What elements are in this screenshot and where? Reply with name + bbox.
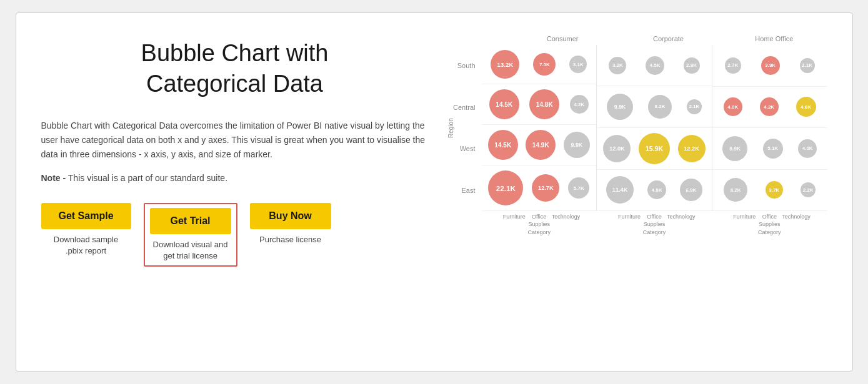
buy-now-group: Buy Now Purchase license [250, 203, 331, 245]
data-row-corporate-central: 9.9K8.2K2.1K [597, 86, 712, 127]
description-text: Bubble Chart with Categorical Data overc… [41, 119, 429, 162]
x-label-consumer-1: Office Supplies [527, 214, 552, 228]
y-label-central: Central [454, 87, 479, 129]
y-axis-labels: South Central West East [454, 45, 482, 211]
left-panel: Bubble Chart with Categorical Data Bubbl… [41, 32, 429, 352]
bubble-corporate-south-2: 2.9K [684, 57, 700, 74]
segment-header-corporate: Corporate [616, 35, 721, 45]
main-card: Bubble Chart with Categorical Data Bubbl… [16, 12, 853, 372]
segment-header-consumer: Consumer [510, 35, 616, 45]
get-sample-group: Get Sample Download sample .pbix report [41, 203, 131, 257]
chart-header: Consumer Corporate Home Office [447, 35, 827, 45]
x-label-consumer-0: Furniture [502, 214, 527, 228]
bubble-home_office-west-2: 4.0K [798, 139, 817, 158]
x-label-home_office-2: Technology [782, 214, 807, 228]
x-label-home_office-1: Office Supplies [757, 214, 782, 228]
x-label-home_office-0: Furniture [732, 214, 757, 228]
bubble-consumer-west-2: 9.9K [564, 132, 590, 158]
page-title: Bubble Chart with Categorical Data [41, 38, 429, 100]
bubble-consumer-east-1: 12.7K [532, 174, 559, 202]
bubble-corporate-west-0: 12.0K [603, 135, 631, 162]
get-trial-button[interactable]: Get Trial [150, 208, 231, 234]
data-row-home_office-west: 8.9K5.1K4.0K [712, 128, 827, 170]
x-category-home_office: Category [758, 228, 781, 235]
bubble-home_office-south-0: 2.7K [725, 57, 741, 74]
bubble-consumer-central-2: 4.2K [570, 95, 589, 114]
segment-col-home_office: 2.7K3.9K2.1K4.0K4.2K4.6K8.9K5.1K4.0K8.2K… [712, 45, 827, 211]
x-label-corporate-0: Furniture [617, 214, 642, 228]
bubble-home_office-west-0: 8.9K [722, 136, 747, 161]
x-axis-segment-home_office: FurnitureOffice SuppliesTechnology [732, 211, 807, 228]
bubble-home_office-central-1: 4.2K [760, 97, 779, 116]
data-row-consumer-south: 13.2K7.5K3.1K [482, 45, 597, 84]
x-axis-segment-consumer: FurnitureOffice SuppliesTechnology [502, 211, 577, 228]
bubble-chart: Consumer Corporate Home Office Region So… [447, 35, 827, 235]
data-row-corporate-west: 12.0K15.9K12.2K [597, 128, 712, 170]
bubble-corporate-south-0: 3.2K [609, 57, 626, 74]
segment-header-home-office: Home Office [721, 35, 827, 45]
bubble-consumer-central-1: 14.8K [529, 89, 559, 119]
bubble-home_office-south-1: 3.9K [761, 56, 780, 75]
data-row-consumer-central: 14.5K14.8K4.2K [482, 84, 597, 125]
data-row-consumer-east: 22.1K12.7K5.7K [482, 165, 597, 211]
bubble-home_office-west-1: 5.1K [763, 139, 783, 159]
y-label-south: South [454, 45, 479, 87]
bubble-corporate-south-1: 4.5K [646, 56, 664, 75]
action-buttons-row: Get Sample Download sample .pbix report … [41, 203, 429, 267]
data-row-home_office-south: 2.7K3.9K2.1K [712, 45, 827, 87]
x-label-consumer-2: Technology [552, 214, 577, 228]
bubble-corporate-east-1: 4.9K [647, 180, 666, 199]
bubble-corporate-west-1: 15.9K [639, 133, 670, 164]
bubble-consumer-east-2: 5.7K [568, 177, 589, 199]
bubble-consumer-south-1: 7.5K [533, 53, 556, 76]
get-sample-label: Download sample .pbix report [54, 234, 118, 257]
chart-body: Region South Central West East 13.2K7.5K… [447, 45, 827, 211]
bubble-consumer-west-1: 14.9K [526, 130, 556, 160]
bubble-home_office-south-2: 2.1K [800, 58, 815, 73]
bubble-home_office-east-1: 3.7K [766, 181, 783, 199]
y-axis-title: Region [447, 45, 454, 211]
bubble-home_office-east-0: 8.2K [724, 178, 747, 202]
bubble-home_office-central-0: 4.0K [724, 97, 742, 116]
bubble-consumer-east-0: 22.1K [488, 170, 523, 205]
right-panel: Consumer Corporate Home Office Region So… [447, 32, 827, 352]
segment-col-consumer: 13.2K7.5K3.1K14.5K14.8K4.2K14.5K14.9K9.9… [482, 45, 597, 211]
buy-now-label: Purchase license [259, 234, 321, 245]
bubble-home_office-central-2: 4.6K [796, 97, 816, 117]
bubble-corporate-central-0: 9.9K [607, 94, 633, 120]
y-label-east: East [454, 170, 479, 212]
x-label-corporate-1: Office Supplies [642, 214, 667, 228]
x-axis-segment-corporate: FurnitureOffice SuppliesTechnology [617, 211, 692, 228]
note-text: Note - This visual is a part of our stan… [41, 173, 429, 183]
y-axis: Region South Central West East [447, 45, 482, 211]
x-label-corporate-2: Technology [667, 214, 692, 228]
segment-col-corporate: 3.2K4.5K2.9K9.9K8.2K2.1K12.0K15.9K12.2K1… [596, 45, 712, 211]
data-row-corporate-south: 3.2K4.5K2.9K [597, 45, 712, 86]
buy-now-button[interactable]: Buy Now [250, 203, 331, 229]
bubble-consumer-west-0: 14.5K [488, 130, 518, 160]
data-row-home_office-central: 4.0K4.2K4.6K [712, 87, 827, 129]
bubble-consumer-central-0: 14.5K [489, 89, 519, 119]
get-sample-button[interactable]: Get Sample [41, 203, 131, 229]
data-row-home_office-east: 8.2K3.7K2.2K [712, 170, 827, 212]
x-category-consumer: Category [527, 228, 551, 235]
bubble-corporate-east-2: 6.9K [680, 179, 702, 201]
data-row-corporate-east: 11.4K4.9K6.9K [597, 170, 712, 211]
bubble-home_office-east-2: 2.2K [801, 182, 816, 197]
segments-container: 13.2K7.5K3.1K14.5K14.8K4.2K14.5K14.9K9.9… [482, 45, 827, 211]
bubble-consumer-south-0: 13.2K [491, 50, 519, 79]
x-category-corporate: Category [643, 228, 666, 235]
data-row-consumer-west: 14.5K14.9K9.9K [482, 125, 597, 165]
bubble-corporate-west-2: 12.2K [678, 135, 706, 162]
bubble-corporate-central-2: 2.1K [687, 99, 702, 114]
y-label-west: West [454, 128, 479, 170]
bubble-corporate-central-1: 8.2K [648, 95, 672, 119]
bubble-corporate-east-0: 11.4K [606, 176, 634, 204]
get-trial-group: Get Trial Download visual and get trial … [144, 203, 237, 267]
x-axis: FurnitureOffice SuppliesTechnologyCatego… [482, 211, 827, 235]
bubble-consumer-south-2: 3.1K [569, 56, 587, 73]
get-trial-label: Download visual and get trial license [153, 239, 228, 262]
